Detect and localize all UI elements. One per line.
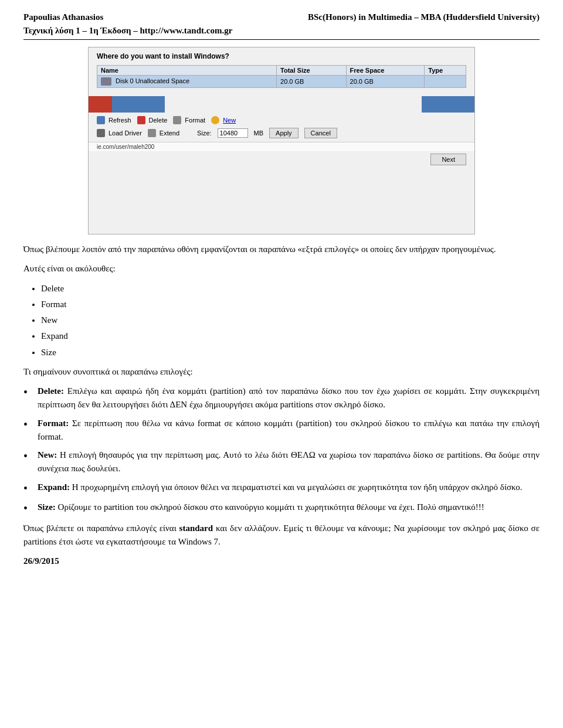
author-name: Papoulias Athanasios (23, 11, 232, 24)
bullet-text-size: Size: Ορίζουμε το partition του σκληρού … (38, 501, 540, 514)
col-name: Name (97, 66, 277, 76)
dialog-body: Where do you want to install Windows? Na… (89, 47, 474, 96)
bullet-delete: • Delete: Επιλέγω και αφαιρώ ήδη ένα κομ… (23, 385, 540, 412)
screenshot-container: Where do you want to install Windows? Na… (88, 47, 475, 234)
bullet-dot-size: • (23, 501, 34, 516)
load-driver-group: Load Driver (97, 129, 142, 137)
bullet-block: • Delete: Επιλέγω και αφαιρώ ήδη ένα κομ… (23, 385, 540, 516)
disk-name-cell: Disk 0 Unallocated Space (97, 76, 277, 88)
blue-block-right (422, 96, 474, 113)
header: Papoulias Athanasios Τεχνική λύση 1 – 1η… (23, 11, 540, 40)
refresh-label[interactable]: Refresh (108, 117, 131, 124)
closing-paragraph: Όπως βλέπετε οι παραπάνω επιλογές είναι … (23, 522, 540, 549)
toolbar-row-2: Load Driver Extend Size: MB Apply Cancel (89, 128, 474, 142)
free-space-cell: 20.0 GB (346, 76, 425, 88)
format-label[interactable]: Format (185, 117, 205, 124)
type-cell (425, 76, 466, 88)
total-size-cell: 20.0 GB (277, 76, 347, 88)
list-item-expand: Expand (41, 329, 540, 343)
apply-button[interactable]: Apply (269, 128, 299, 138)
url-bar: ie.com/user/maleh200 (89, 142, 474, 151)
new-label[interactable]: New (223, 117, 236, 124)
delete-group: Delete (137, 116, 168, 124)
bullet-size: • Size: Ορίζουμε το partition του σκληρο… (23, 501, 540, 516)
degree-info: BSc(Honors) in Multimedia – MBA (Hudders… (308, 11, 540, 24)
extend-label[interactable]: Extend (160, 130, 179, 137)
bullet-text-expand: Expand: Η προχωρημένη επιλογή για όποιον… (38, 481, 540, 494)
list-intro: Αυτές είναι οι ακόλουθες: (23, 262, 540, 275)
size-input[interactable] (218, 128, 248, 138)
main-content: Όπως βλέπουμε λοιπόν από την παραπάνω οθ… (23, 243, 540, 568)
bullet-dot-delete: • (23, 385, 34, 400)
header-left: Papoulias Athanasios Τεχνική λύση 1 – 1η… (23, 11, 232, 37)
windows-dialog: Where do you want to install Windows? Na… (89, 47, 474, 234)
table-row[interactable]: Disk 0 Unallocated Space 20.0 GB 20.0 GB (97, 76, 466, 88)
bullet-format: • Format: Σε περίπτωση που θέλω να κάνω … (23, 417, 540, 444)
col-total-size: Total Size (277, 66, 347, 76)
load-driver-label[interactable]: Load Driver (108, 130, 142, 137)
next-area: Next (89, 151, 474, 169)
page: Papoulias Athanasios Τεχνική λύση 1 – 1η… (0, 0, 563, 586)
explain-intro: Τι σημαίνουν συνοπτικά οι παραπάνω επιλο… (23, 365, 540, 379)
new-group: New (211, 116, 236, 124)
date-line: 26/9/2015 (23, 554, 540, 568)
dialog-question: Where do you want to install Windows? (97, 52, 466, 60)
intro-paragraph: Όπως βλέπουμε λοιπόν από την παραπάνω οθ… (23, 243, 540, 256)
cancel-button[interactable]: Cancel (304, 128, 337, 138)
list-item-delete: Delete (41, 282, 540, 295)
options-list: Delete Format New Expand Size (41, 282, 540, 359)
col-type: Type (425, 66, 466, 76)
list-item-new: New (41, 314, 540, 327)
bullet-text-format: Format: Σε περίπτωση που θέλω να κάνω fo… (38, 417, 540, 444)
list-item-size: Size (41, 346, 540, 359)
size-unit: MB (254, 130, 264, 137)
blue-block-left (112, 96, 165, 113)
extend-group: Extend (148, 129, 179, 137)
color-blocks-row (89, 96, 474, 113)
bullet-text-new: New: Η επιλογή θησαυρός για την περίπτωσ… (38, 448, 540, 476)
toolbar-row-1: Refresh Delete Format New (89, 113, 474, 128)
delete-label[interactable]: Delete (149, 117, 168, 124)
refresh-group: Refresh (97, 116, 131, 124)
size-label: Size: (197, 130, 211, 137)
next-button[interactable]: Next (430, 154, 466, 165)
bullet-expand: • Expand: Η προχωρημένη επιλογή για όποι… (23, 481, 540, 496)
format-group: Format (173, 116, 205, 124)
bullet-dot-expand: • (23, 481, 34, 496)
partition-table: Name Total Size Free Space Type Disk 0 U… (97, 65, 466, 88)
bullet-dot-new: • (23, 448, 34, 464)
subtitle-line: Τεχνική λύση 1 – 1η Έκδοση – http://www.… (23, 24, 232, 38)
bullet-new: • New: Η επιλογή θησαυρός για την περίπτ… (23, 448, 540, 476)
red-block (89, 96, 112, 113)
header-right: BSc(Honors) in Multimedia – MBA (Hudders… (308, 11, 540, 24)
bullet-dot-format: • (23, 417, 34, 432)
list-item-format: Format (41, 298, 540, 311)
col-free-space: Free Space (346, 66, 425, 76)
bullet-text-delete: Delete: Επιλέγω και αφαιρώ ήδη ένα κομμά… (38, 385, 540, 412)
